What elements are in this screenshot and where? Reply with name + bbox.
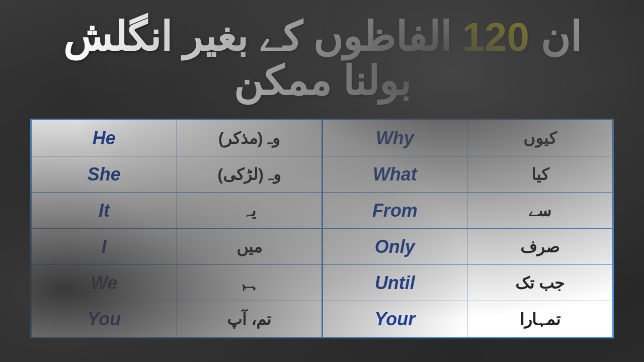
- table-row: Youتم، آپYourتمہارا: [32, 301, 613, 337]
- table-row: WeہمUntilجب تک: [32, 265, 613, 301]
- title-part1: ان: [529, 15, 581, 59]
- english-word-right: Only: [322, 229, 467, 265]
- english-word-left: He: [32, 120, 177, 156]
- english-word-left: I: [32, 229, 177, 265]
- english-word-left: She: [32, 156, 177, 193]
- page-title: ان 120 الفاظوں کے بغیر انگلش بولنا ممکن: [30, 15, 614, 104]
- english-word-left: You: [32, 301, 177, 337]
- background: ان 120 الفاظوں کے بغیر انگلش بولنا ممکن …: [0, 0, 644, 362]
- english-word-right: Your: [322, 301, 467, 337]
- table-row: ItیہFromسے: [32, 193, 613, 229]
- urdu-translation-right: صرف: [467, 229, 613, 265]
- urdu-translation-left: تم، آپ: [177, 301, 322, 337]
- english-word-right: Why: [322, 120, 467, 156]
- table-row: Heوہ(مذکر)Whyکیوں: [32, 120, 613, 156]
- urdu-translation-left: وہ(مذکر): [177, 120, 322, 156]
- urdu-translation-right: کیا: [467, 156, 613, 193]
- vocabulary-table-container: Heوہ(مذکر)WhyکیوںSheوہ(لڑکی)WhatکیاItیہF…: [30, 119, 614, 338]
- urdu-translation-right: تمہارا: [467, 301, 613, 337]
- urdu-translation-left: میں: [177, 229, 322, 265]
- english-word-left: We: [32, 265, 177, 301]
- table-row: IمیںOnlyصرف: [32, 229, 613, 265]
- english-word-right: Until: [322, 265, 467, 301]
- urdu-translation-right: جب تک: [467, 265, 613, 301]
- urdu-translation-left: یہ: [177, 193, 322, 229]
- english-word-left: It: [32, 193, 177, 229]
- english-word-right: From: [322, 193, 467, 229]
- table-row: Sheوہ(لڑکی)Whatکیا: [32, 156, 613, 193]
- urdu-translation-left: ہم: [177, 265, 322, 301]
- urdu-translation-right: کیوں: [467, 120, 613, 156]
- title-number: 120: [462, 15, 529, 59]
- urdu-translation-right: سے: [467, 193, 613, 229]
- vocabulary-table: Heوہ(مذکر)WhyکیوںSheوہ(لڑکی)WhatکیاItیہF…: [31, 120, 613, 337]
- urdu-translation-left: وہ(لڑکی): [177, 156, 322, 193]
- title-part2: الفاظوں کے بغیر انگلش بولنا ممکن: [63, 15, 462, 104]
- header-section: ان 120 الفاظوں کے بغیر انگلش بولنا ممکن: [0, 0, 644, 114]
- english-word-right: What: [322, 156, 467, 193]
